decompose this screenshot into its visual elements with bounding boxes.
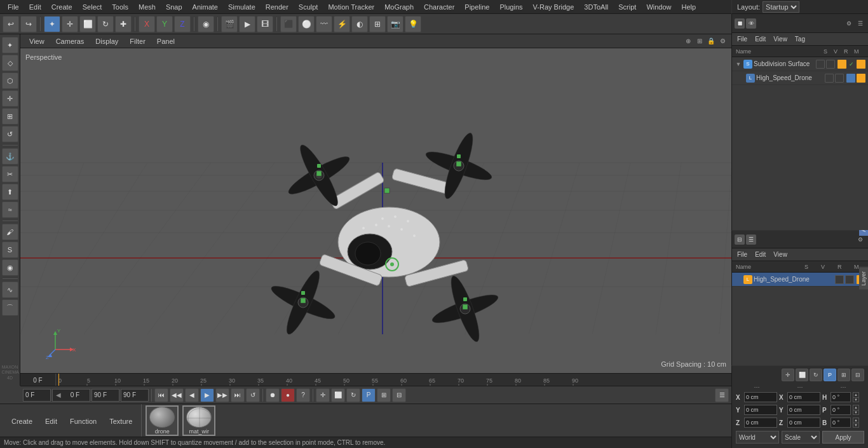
coord-icon1[interactable]: ✛ (782, 369, 794, 381)
step-left-icon[interactable]: ◀ (55, 391, 62, 398)
menu-script[interactable]: Script (613, 2, 641, 12)
vp-view-btn[interactable]: View (24, 36, 50, 46)
mode-btn3[interactable]: ↻ (346, 388, 360, 402)
mat-thumb-drone[interactable]: drone (146, 405, 179, 436)
redo-btn[interactable]: ↪ (20, 16, 37, 32)
vp-filter-btn[interactable]: Filter (125, 36, 150, 46)
p-stepper[interactable]: ▲ ▼ (853, 405, 859, 415)
coord-icon5[interactable]: ⊞ (837, 369, 850, 381)
start-frame-input[interactable] (23, 389, 51, 402)
menu-motion-tracker[interactable]: Motion Tracker (323, 2, 379, 12)
vp-icon-lock[interactable]: 🔒 (706, 36, 716, 46)
step-back-btn[interactable]: ◀◀ (170, 388, 184, 402)
y2-input[interactable] (787, 405, 820, 415)
right-tab-layer[interactable]: Layer (859, 267, 868, 290)
x2-input[interactable] (787, 392, 820, 402)
tool-rotate2[interactable]: ↺ (2, 126, 18, 142)
menu-mesh[interactable]: Mesh (133, 2, 161, 12)
vp-icon-grid[interactable]: ⊞ (695, 36, 705, 46)
coord-icon2[interactable]: ⬜ (796, 369, 808, 381)
tool-paint[interactable]: 🖌 (2, 224, 18, 240)
auto-record-btn[interactable]: ● (281, 388, 295, 402)
tool-stamp[interactable]: ◉ (2, 259, 18, 276)
attr-edit-menu[interactable]: Edit (752, 250, 768, 259)
menu-character[interactable]: Character (419, 2, 459, 12)
tool-move[interactable]: ✛ (2, 90, 18, 107)
skip-end-btn[interactable]: ⏭ (231, 388, 245, 402)
mat-edit-menu[interactable]: Edit (41, 416, 61, 426)
menu-tools[interactable]: Tools (107, 2, 133, 12)
menu-snap[interactable]: Snap (161, 2, 187, 12)
sphere-btn[interactable]: ⚪ (298, 16, 315, 32)
object-mode-btn[interactable]: ◉ (198, 16, 214, 32)
obj-edit-menu[interactable]: Edit (752, 35, 768, 43)
spline-btn[interactable]: 〰 (316, 16, 332, 32)
render-view-btn[interactable]: ▶ (239, 16, 255, 32)
y-pos-input[interactable] (744, 405, 777, 415)
layout-dropdown[interactable]: Startup (763, 1, 799, 13)
tool-knife[interactable]: ✂ (2, 166, 18, 182)
menu-vray[interactable]: V-Ray Bridge (528, 2, 580, 12)
menu-help[interactable]: Help (677, 2, 702, 12)
x-pos-input[interactable] (744, 392, 777, 402)
vp-panel-btn[interactable]: Panel (152, 36, 180, 46)
menu-mograph[interactable]: MoGraph (379, 2, 419, 12)
obj-file-menu[interactable]: File (735, 35, 750, 43)
subdiv-collapse-icon[interactable]: ▼ (735, 60, 742, 68)
menu-plugins[interactable]: Plugins (494, 2, 527, 12)
transport-layout-btn[interactable]: ☰ (715, 388, 729, 402)
menu-edit[interactable]: Edit (24, 2, 46, 12)
x-axis-btn[interactable]: X (139, 16, 155, 32)
record-btn[interactable]: ⏺ (266, 388, 280, 402)
world-dropdown[interactable]: World (736, 431, 779, 444)
cube-btn[interactable]: ⬛ (280, 16, 297, 32)
tool-scale2[interactable]: ⊞ (2, 108, 18, 125)
tool-magnet[interactable]: ⚓ (2, 148, 18, 165)
mat-texture-menu[interactable]: Texture (105, 416, 136, 426)
end-frame-input2[interactable] (121, 389, 149, 402)
z2-input[interactable] (787, 417, 820, 428)
tool-spline-pen[interactable]: ∿ (2, 282, 18, 298)
obj-view-menu[interactable]: View (771, 35, 790, 43)
array-btn[interactable]: ⊞ (369, 16, 386, 32)
play-back-btn[interactable]: ◀ (185, 388, 199, 402)
end-frame-input1[interactable] (92, 389, 119, 402)
obj-row-drone[interactable]: L High_Speed_Drone (732, 71, 868, 85)
mat-create-menu[interactable]: Create (8, 416, 36, 426)
mode-btn6[interactable]: ⊟ (392, 388, 406, 402)
light-btn[interactable]: 💡 (405, 16, 421, 32)
render-btn[interactable]: 🎞 (257, 16, 273, 32)
menu-animate[interactable]: Animate (187, 2, 223, 12)
camera-btn[interactable]: 📷 (387, 16, 403, 32)
tool-arc[interactable]: ⌒ (2, 299, 18, 316)
deformer-btn[interactable]: ⚡ (334, 16, 350, 32)
render-region-btn[interactable]: 🎬 (221, 16, 238, 32)
apply-btn[interactable]: Apply (822, 431, 864, 444)
menu-sculpt[interactable]: Sculpt (294, 2, 323, 12)
scale-btn[interactable]: ⬜ (79, 16, 96, 32)
mode-btn4[interactable]: P (362, 388, 376, 402)
viewport-canvas[interactable]: Perspective Grid Spacing : 10 cm Y X (20, 48, 731, 373)
obj-tag-menu[interactable]: Tag (792, 35, 808, 43)
h-input[interactable] (831, 392, 851, 402)
tool-lasso[interactable]: ⬡ (2, 72, 18, 89)
coord-icon3[interactable]: ↻ (810, 369, 822, 381)
y-axis-btn[interactable]: Y (156, 16, 173, 32)
menu-render[interactable]: Render (261, 2, 294, 12)
loop-btn[interactable]: ↺ (246, 388, 260, 402)
mode-btn1[interactable]: ✛ (316, 388, 330, 402)
tool-smooth[interactable]: ≈ (2, 201, 18, 218)
menu-select[interactable]: Select (78, 2, 107, 12)
z-pos-input[interactable] (744, 417, 777, 428)
b-stepper[interactable]: ▲ ▼ (853, 417, 859, 428)
vp-cameras-btn[interactable]: Cameras (51, 36, 90, 46)
z-axis-btn[interactable]: Z (174, 16, 191, 32)
move-btn[interactable]: ✛ (62, 16, 78, 32)
coord-icon6[interactable]: ⊟ (851, 369, 864, 381)
rotate-btn[interactable]: ↻ (97, 16, 114, 32)
attr-view-menu[interactable]: View (771, 250, 790, 259)
menu-pipeline[interactable]: Pipeline (459, 2, 494, 12)
subdiv-check2[interactable] (826, 60, 835, 69)
vp-icon-axes[interactable]: ⊕ (683, 36, 693, 46)
h-stepper[interactable]: ▲ ▼ (853, 392, 859, 402)
